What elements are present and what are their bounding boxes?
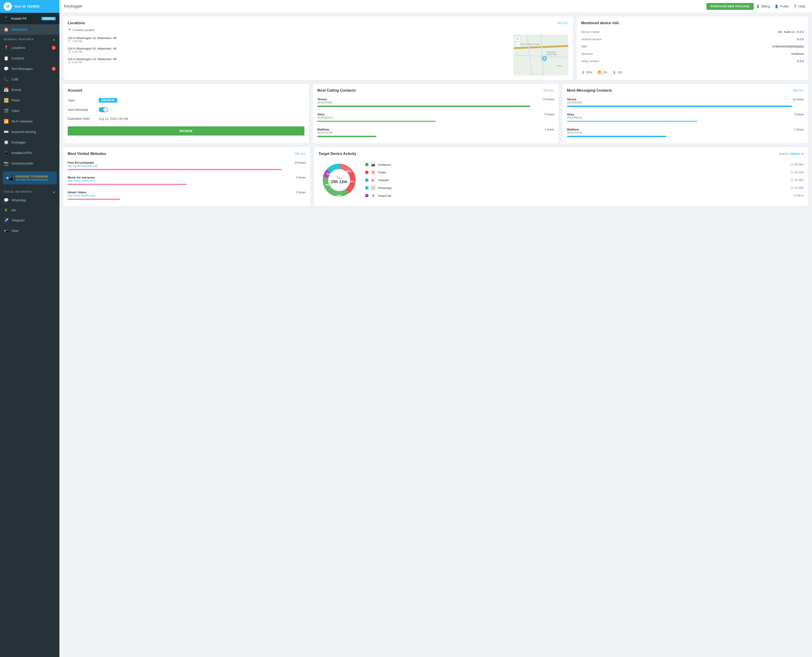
website-times-0: 10 times <box>295 161 306 168</box>
map-zoom-in[interactable]: + <box>515 36 520 41</box>
device-info-bar: 📱 Huawei P6 PREMIUM <box>0 13 59 24</box>
sidebar-item-wifi[interactable]: 📶 Wi-Fi networks <box>0 116 59 127</box>
show-dropdown[interactable]: SHOW: TODAY ▼ <box>779 152 804 156</box>
instagram-app-icon: 📷 <box>371 162 376 167</box>
sidebar-item-installed-apps[interactable]: 📱 Installed APPs <box>0 148 59 158</box>
sidebar-item-viber[interactable]: 📲 Viber <box>0 226 59 236</box>
sidebar-item-keylogger[interactable]: 🔲 Keylogger <box>0 137 59 148</box>
legend-tinder: 🔥 Tinder 🕐 4h 12m <box>365 168 804 176</box>
website-name-2: Gmail I Inbox <box>68 191 95 194</box>
website-url-2[interactable]: http://www.spotify.com/ <box>68 194 95 197</box>
website-name-1: Music for everyone <box>68 176 95 179</box>
sidebar-item-video[interactable]: 🎬 Video <box>0 106 59 116</box>
website-item-1: Music for everyone http://www.spotify.co… <box>68 174 306 187</box>
svg-text:24%: 24% <box>350 180 355 183</box>
website-bar-2 <box>68 199 120 200</box>
calling-contact-phone-2: 0918743790 <box>317 131 333 134</box>
messaging-contact-times-1: 9 times <box>794 113 804 119</box>
messaging-contact-0: Teresa 0939683862 16 times <box>567 96 804 109</box>
website-name-0: Free Encyclopedia <box>68 161 98 164</box>
sidebar-item-telegram[interactable]: ✈️ Telegram <box>0 215 59 226</box>
calling-contact-name-1: Alisa <box>317 113 333 116</box>
sidebar-item-whatsapp[interactable]: 💬 WhatsApp <box>0 195 59 206</box>
keylogger-icon: 🔲 <box>4 140 9 145</box>
website-bar-0 <box>68 169 282 170</box>
row-locations: Locations SEE ALL 📍 Current Location 316… <box>63 16 808 80</box>
sidebar-item-kik[interactable]: K Kik <box>0 206 59 215</box>
messaging-contact-name-2: Matthew <box>567 128 582 131</box>
sidebar-item-dashboard[interactable]: 🏠 Dashboard <box>0 24 59 35</box>
activity-legend: 📷 Instagram 🕐 6h 34m 🔥 <box>365 160 804 199</box>
wifi-status: 📶 ON <box>597 71 607 74</box>
dropdown-chevron: ▼ <box>801 152 804 156</box>
calling-contact-times-0: 10 times <box>543 98 554 104</box>
account-title: Account <box>68 89 82 93</box>
location-main: 316 N Washington St, Watertown, WI 🕐 7:5… <box>68 34 568 76</box>
sidebar-item-keyword[interactable]: ⌨️ Keyword tracking <box>0 127 59 137</box>
website-url-0[interactable]: http://www.wikipedia.org/ <box>68 164 98 168</box>
messaging-contact-times-2: 7 times <box>794 128 804 134</box>
device-name: Huawei P6 <box>11 17 26 20</box>
sidebar-item-calls[interactable]: 📞 Calls <box>0 74 59 84</box>
account-type-row: Type: PREMIUM <box>68 96 305 105</box>
total-time: 15h 12m <box>331 179 347 184</box>
social-networks-chevron[interactable]: ▲ <box>52 190 56 193</box>
sidebar-item-label-keylogger: Keylogger <box>11 140 26 144</box>
sidebar-item-screenrecorder[interactable]: 📷 Screenrecorder <box>0 158 59 169</box>
calling-bar-0 <box>317 106 530 107</box>
activity-card: Target Device Activity SHOW: TODAY ▼ <box>314 147 808 206</box>
messaging-bar-1 <box>567 121 697 122</box>
legend-instagram-time: 🕐 6h 34m <box>790 163 804 166</box>
websites-title: Most Visited Websites <box>68 152 106 156</box>
calling-bar-2 <box>317 136 376 137</box>
upgrade-title: UPGRADE TO PREMIUM <box>16 175 48 178</box>
map-svg: Vaila Orochny Gorge VYNOGRAD ВИНОГРАД МО… <box>513 34 568 76</box>
dot-instagram <box>365 163 369 166</box>
websites-card: Most Visited Websites SEE ALL Free Encyc… <box>63 147 310 206</box>
profile-nav[interactable]: 👤 Profile <box>772 4 791 9</box>
upgrade-icon: 📲 <box>5 174 14 182</box>
general-features-chevron[interactable]: ▲ <box>52 37 56 41</box>
row-activity: Most Visited Websites SEE ALL Free Encyc… <box>63 147 808 206</box>
map-zoom-out[interactable]: − <box>515 42 520 47</box>
video-icon: 🎬 <box>4 108 9 113</box>
help-nav[interactable]: ❓ Help <box>791 4 807 9</box>
calling-contact-2: Matthew 0918743790 2 times <box>317 126 554 139</box>
device-info-card: Monitored device info Device model S8 - … <box>577 16 808 80</box>
legend-youtube-name: Youtube <box>378 179 389 182</box>
sidebar-item-events[interactable]: 📅 Events <box>0 84 59 95</box>
sidebar-item-photo[interactable]: 🖼️ Photo <box>0 95 59 106</box>
keyword-icon: ⌨️ <box>4 129 9 134</box>
sidebar-item-locations[interactable]: 📍 Locations 1 <box>0 42 59 53</box>
sidebar-item-text-messages[interactable]: 💬 Text Messages 1 <box>0 64 59 74</box>
sidebar-item-contacts[interactable]: 📋 Contacts <box>0 53 59 64</box>
messaging-see-all[interactable]: SEE ALL <box>793 89 804 92</box>
calls-icon: 📞 <box>4 77 9 82</box>
renew-button[interactable]: RENEW <box>68 126 305 135</box>
show-value: TODAY <box>790 152 800 156</box>
website-times-1: 5 times <box>296 176 306 182</box>
billing-nav[interactable]: 💲 Billing <box>754 4 772 9</box>
messaging-contact-1: Alisa 0958366016 9 times <box>567 111 804 124</box>
website-header-2: Gmail I Inbox http://www.spotify.com/ 2 … <box>68 191 306 197</box>
locations-badge: 1 <box>52 46 56 50</box>
website-url-1[interactable]: http://www.spotify.com/ <box>68 179 95 182</box>
calling-contact-header-2: Matthew 0918743790 2 times <box>317 128 554 134</box>
youtube-app-icon: ▶ <box>371 177 376 182</box>
legend-snapchat-time: 🕐 56 m <box>793 194 804 197</box>
locations-see-all[interactable]: SEE ALL <box>557 22 568 25</box>
device-info-row-mspy: mSpy version 5.8.8 <box>581 58 804 65</box>
auto-renewal-toggle[interactable] <box>99 107 108 112</box>
legend-snapchat-name: SnapChat <box>378 194 391 198</box>
calling-see-all[interactable]: SEE ALL <box>543 89 554 92</box>
account-type-value: PREMIUM <box>99 98 117 103</box>
whatsapp-icon: 💬 <box>4 198 9 203</box>
header-left: M Your id: 7219003 <box>0 0 59 13</box>
sidebar-item-label-keyword: Keyword tracking <box>11 130 36 134</box>
upgrade-banner[interactable]: 📲 UPGRADE TO PREMIUM Get extra 16 monito… <box>3 171 57 184</box>
donut-label: Total 15h 12m <box>331 176 347 184</box>
websites-see-all[interactable]: SEE ALL <box>295 152 306 156</box>
snapchat-app-icon: 👻 <box>371 193 376 198</box>
purchase-button[interactable]: PURCHASE NEW PACKAGE <box>706 3 754 10</box>
website-bar-1 <box>68 184 187 185</box>
